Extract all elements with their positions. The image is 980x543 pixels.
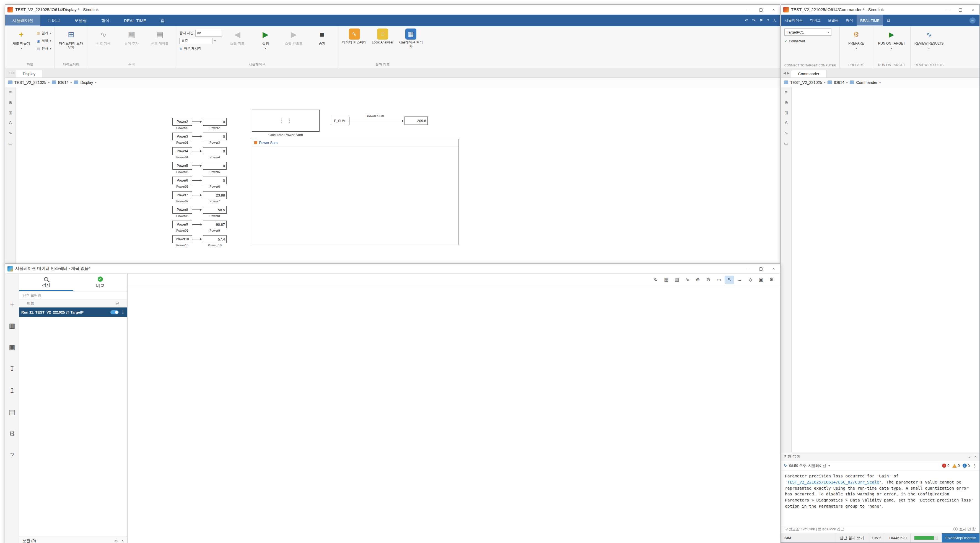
- add-viewer-button[interactable]: ▦뷰어 추가: [119, 29, 144, 46]
- error-badge[interactable]: !0: [942, 463, 949, 468]
- display-block[interactable]: 23.88: [203, 191, 227, 199]
- source-block[interactable]: Power8: [172, 206, 192, 213]
- browser-icon[interactable]: ≡: [9, 90, 12, 95]
- breadcrumb-item[interactable]: Display: [80, 80, 93, 85]
- diagnostic-session[interactable]: 08:50 오후: 시뮬레이션: [789, 463, 826, 468]
- annotation-icon[interactable]: A: [9, 120, 12, 125]
- logic-analyzer-button[interactable]: ≡Logic Analyzer: [370, 29, 395, 45]
- new-button[interactable]: + 새로 만들기 ▾: [9, 29, 34, 50]
- block-path-link[interactable]: TEST_V2_221025/IO614/ESC_02/Curr_Scale: [788, 480, 879, 484]
- breadcrumb-item[interactable]: TEST_V2_221025: [790, 80, 822, 85]
- back-icon[interactable]: ◀: [783, 71, 786, 75]
- sim-mode-dropdown[interactable]: 표준▾: [179, 37, 222, 44]
- step-forward-button[interactable]: ▶스텝 앞으로: [281, 29, 307, 46]
- area-icon[interactable]: ▭: [8, 140, 13, 146]
- review-results-button[interactable]: ∿REVIEW RESULTS▾: [914, 29, 944, 50]
- settings-icon[interactable]: ⚙: [767, 275, 776, 284]
- signal-icon[interactable]: ∿: [9, 131, 12, 135]
- run-visibility-toggle[interactable]: [110, 310, 119, 314]
- new-tab-icon[interactable]: ⊞: [11, 71, 14, 75]
- help-icon[interactable]: ?: [10, 451, 14, 459]
- ribbon-tab--[interactable]: 디버그: [806, 15, 824, 26]
- measure-icon[interactable]: ↔: [735, 275, 745, 284]
- commander-canvas[interactable]: [792, 87, 980, 452]
- stop-time-input[interactable]: inf: [195, 30, 222, 37]
- refresh-icon[interactable]: ↻: [784, 463, 787, 468]
- tab-commander[interactable]: Commander: [791, 70, 826, 78]
- display-block[interactable]: 58.5: [203, 206, 227, 213]
- snapshot-icon[interactable]: ▣: [756, 275, 765, 284]
- suppress-link[interactable]: i표시 안 함: [953, 527, 975, 532]
- display-block[interactable]: 0: [203, 132, 227, 140]
- report-icon[interactable]: ▤: [9, 408, 15, 416]
- zoom-out-icon[interactable]: ⊖: [703, 275, 713, 284]
- ribbon-tab--[interactable]: 앱: [883, 15, 894, 26]
- redo-icon[interactable]: ↷: [752, 18, 756, 23]
- save-icon[interactable]: ▣: [9, 344, 15, 351]
- tab-inspect[interactable]: 검사: [19, 274, 73, 291]
- ribbon-tab--[interactable]: 시뮬레이션: [5, 15, 40, 26]
- flag-icon[interactable]: ⚑: [759, 18, 763, 23]
- kebab-menu-icon[interactable]: ⋮: [121, 310, 125, 315]
- warning-badge[interactable]: 0: [952, 463, 960, 468]
- close-icon[interactable]: ×: [974, 454, 977, 459]
- display-canvas[interactable]: Power2Power020Power2Power3Power030Power3…: [16, 87, 780, 265]
- source-block[interactable]: Power3: [172, 132, 192, 140]
- area-icon[interactable]: ▭: [784, 140, 788, 146]
- run-on-target-button[interactable]: ▶RUN ON TARGET▾: [877, 29, 907, 50]
- tab-list-icon[interactable]: ⊟: [8, 71, 10, 75]
- log-signals-button[interactable]: ∿신호 기록: [91, 29, 116, 46]
- archive-section[interactable]: 보관 (9) ⚙∧: [19, 536, 127, 543]
- breadcrumb-item[interactable]: IO614: [58, 80, 68, 85]
- zoom-icon[interactable]: ⊕: [9, 100, 12, 105]
- source-block[interactable]: Power7: [172, 191, 192, 199]
- display-block[interactable]: 0: [203, 162, 227, 170]
- collapse-ribbon-icon[interactable]: ∧: [773, 18, 776, 23]
- display-block[interactable]: 90.87: [203, 221, 227, 228]
- new-run-icon[interactable]: +: [10, 300, 14, 308]
- more-icon[interactable]: ⋯: [969, 18, 975, 24]
- display-block[interactable]: 0: [203, 177, 227, 184]
- ribbon-tab-real-time[interactable]: REAL-TIME: [117, 15, 153, 26]
- ribbon-tab--[interactable]: 형식: [842, 15, 857, 26]
- maximize-button[interactable]: ▢: [754, 264, 767, 274]
- display-block[interactable]: 0: [203, 147, 227, 155]
- source-block[interactable]: Power4: [172, 147, 192, 155]
- calculate-power-sum-block[interactable]: ⋮ ⋮: [252, 110, 320, 132]
- marker-icon[interactable]: ▨: [672, 275, 681, 284]
- tab-display[interactable]: Display: [16, 70, 42, 78]
- source-block[interactable]: Power2: [172, 118, 192, 126]
- zoom-in-icon[interactable]: ⊕: [693, 275, 703, 284]
- power-sum-scope[interactable]: Power Sum: [252, 139, 459, 245]
- info-badge[interactable]: i0: [963, 463, 970, 468]
- signal-filter-input[interactable]: 신호 필터링: [19, 291, 127, 300]
- fast-restart-button[interactable]: ↻빠른 재시작: [179, 45, 222, 52]
- zoom-level[interactable]: 105%: [868, 533, 885, 543]
- breadcrumb-item[interactable]: TEST_V2_221025: [14, 80, 46, 85]
- view-diagnostics-button[interactable]: 진단 결과 보기: [836, 533, 868, 543]
- ribbon-tab--[interactable]: 모델링: [824, 15, 842, 26]
- print-button[interactable]: ▤인쇄▾: [37, 45, 51, 52]
- minimize-button[interactable]: —: [742, 5, 754, 14]
- close-button[interactable]: ×: [767, 264, 780, 274]
- signal-table-button[interactable]: ▤신호 테이블: [147, 29, 172, 46]
- forward-icon[interactable]: ▶: [787, 71, 789, 75]
- prepare-button[interactable]: ⚙PREPARE▾: [843, 29, 870, 50]
- run-button[interactable]: ▶실행▾: [253, 29, 278, 50]
- fit-view-icon[interactable]: ⊞: [9, 110, 12, 115]
- close-button[interactable]: ×: [767, 5, 780, 14]
- open-button[interactable]: ▥열기▾: [37, 30, 51, 37]
- ribbon-tab--[interactable]: 형식: [94, 15, 117, 26]
- archive-collapse-icon[interactable]: ∧: [121, 539, 124, 543]
- target-computer-dropdown[interactable]: TargetPC1▾: [784, 29, 831, 36]
- run-header[interactable]: Run 11: TEST_V2_221025 @ TargetP ⋮: [19, 307, 127, 317]
- display-block[interactable]: 0: [203, 118, 227, 126]
- data-inspector-button[interactable]: ∿데이터 인스펙터: [342, 29, 367, 45]
- zoom-icon[interactable]: ⊕: [784, 100, 788, 105]
- ribbon-tab--[interactable]: 모델링: [67, 15, 94, 26]
- maximize-button[interactable]: ▢: [754, 5, 767, 14]
- library-browser-button[interactable]: ⊞ 라이브러리 브라우저: [58, 29, 84, 49]
- cursor-icon[interactable]: ↖: [725, 275, 734, 284]
- zoom-region-icon[interactable]: ▭: [714, 275, 724, 284]
- minimize-button[interactable]: —: [941, 5, 954, 14]
